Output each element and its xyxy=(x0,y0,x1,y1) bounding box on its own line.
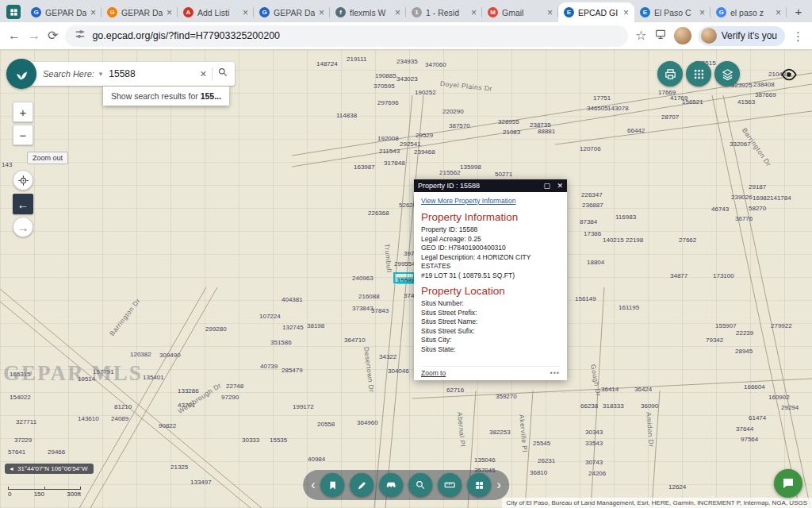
popup-field: Situs State: xyxy=(421,345,560,355)
coords-arrow-icon[interactable]: ◄ xyxy=(9,466,14,471)
bookmark-star-icon[interactable]: ☆ xyxy=(635,29,646,42)
browser-tab[interactable]: fflexmls W× xyxy=(330,2,406,22)
popup-close-icon[interactable]: ✕ xyxy=(557,182,563,190)
parcel-label: 120382 xyxy=(130,351,151,358)
popup-title: Property ID : 15588 xyxy=(418,182,480,190)
popup-field: Property ID: 15588 xyxy=(421,225,560,235)
back-button[interactable]: ← xyxy=(8,29,21,42)
map-canvas[interactable]: 1487242191112349353470601908853430233705… xyxy=(0,49,812,508)
parcel-label: 97564 xyxy=(741,436,758,443)
tab-close-icon[interactable]: × xyxy=(623,8,629,17)
tab-close-icon[interactable]: × xyxy=(471,8,477,17)
tab-close-icon[interactable]: × xyxy=(243,8,248,17)
browser-tab[interactable]: GGEPAR Da× xyxy=(254,2,330,22)
parcel-label: 304046 xyxy=(388,368,409,375)
magnifier-button[interactable] xyxy=(409,473,433,497)
parcel-label: 22239 xyxy=(736,329,753,337)
measure-button[interactable] xyxy=(439,473,462,497)
browser-tab[interactable]: EEPCAD GI× xyxy=(558,2,634,22)
layers-button[interactable] xyxy=(714,61,740,87)
apps-button[interactable] xyxy=(686,61,711,87)
popup-more-icon[interactable]: ••• xyxy=(550,369,560,377)
toolbar-right-chevron-icon[interactable]: › xyxy=(497,478,501,492)
view-more-link[interactable]: View More Property Information xyxy=(421,197,560,205)
parcel-label: 397 xyxy=(404,250,414,257)
new-tab-button[interactable]: + xyxy=(790,2,807,20)
browser-tab[interactable]: AAdd Listi× xyxy=(178,2,254,22)
tab-close-icon[interactable]: × xyxy=(699,8,705,17)
address-bar[interactable]: go.epcad.org/gis/?find=H77903325200200 xyxy=(65,25,628,47)
search-suggestion[interactable]: Show search results for 155... xyxy=(103,87,229,106)
parcel-label: 36776 xyxy=(735,215,753,222)
browser-tab[interactable]: GGEPAR Da× xyxy=(102,2,178,22)
parcel-label: 299554 xyxy=(394,260,416,267)
tab-close-icon[interactable]: × xyxy=(395,8,400,17)
forward-button[interactable]: → xyxy=(28,29,40,42)
car-button[interactable] xyxy=(380,473,404,497)
parcel-label: 25545 xyxy=(533,440,550,447)
tab-close-icon[interactable]: × xyxy=(319,8,324,17)
tab-favicon-icon: G xyxy=(31,7,41,17)
pencil-button[interactable] xyxy=(350,473,374,497)
tab-close-icon[interactable]: × xyxy=(167,8,172,17)
site-info-icon[interactable] xyxy=(75,29,86,43)
parcel-label: 114838 xyxy=(336,112,357,119)
browser-tab[interactable]: Gel paso z× xyxy=(710,2,787,22)
zoom-in-button[interactable]: + xyxy=(13,102,33,122)
tab-favicon-icon: G xyxy=(716,7,726,17)
basemap-button[interactable] xyxy=(468,473,492,497)
zoom-to-link[interactable]: Zoom to xyxy=(421,369,446,377)
browser-tab[interactable]: 11 - Resid× xyxy=(406,2,482,22)
scale-0: 0 xyxy=(8,491,11,498)
reload-button[interactable]: ⟳ xyxy=(48,29,58,42)
next-extent-button[interactable]: → xyxy=(13,217,33,237)
parcel-label: 24089 xyxy=(111,415,128,422)
parcel-label: 382253 xyxy=(489,429,511,436)
browser-logo-icon[interactable] xyxy=(6,5,21,19)
verify-chip[interactable]: Verify it's you xyxy=(699,26,785,46)
suggestion-prefix: Show search results for xyxy=(111,91,201,101)
parcel-label: 36810 xyxy=(530,469,547,476)
search-input[interactable] xyxy=(107,67,194,80)
tab-close-icon[interactable]: × xyxy=(776,8,781,17)
popup-body: View More Property Information Property … xyxy=(414,192,567,380)
visibility-eye-icon[interactable] xyxy=(780,66,798,87)
parcel-label: 135401 xyxy=(143,374,164,381)
parcel-label: 364960 xyxy=(357,419,378,426)
chat-button[interactable] xyxy=(774,469,802,498)
gis-logo-icon[interactable] xyxy=(6,59,36,89)
search-box[interactable]: Search Here: ▾ ✕ xyxy=(30,62,235,86)
parcel-label: 143078 xyxy=(607,105,629,112)
coordinates-readout: ◄ 31°44'07"N 106°06'54"W xyxy=(5,464,94,474)
tab-close-icon[interactable]: × xyxy=(90,8,96,17)
browser-tab[interactable]: EEl Paso C× xyxy=(634,2,710,22)
tab-label: El Paso C xyxy=(654,8,695,17)
browser-tab[interactable]: GGEPAR Da× xyxy=(25,2,102,22)
bookmark-button[interactable] xyxy=(321,473,345,497)
zoom-out-button[interactable]: − xyxy=(13,125,33,145)
clear-search-icon[interactable]: ✕ xyxy=(200,69,207,79)
print-button[interactable] xyxy=(657,61,683,87)
search-icon[interactable] xyxy=(217,67,228,81)
chevron-down-icon[interactable]: ▾ xyxy=(99,70,103,78)
profile-avatar[interactable] xyxy=(674,27,691,44)
menu-icon[interactable]: ⋮ xyxy=(792,30,804,42)
browser-tab[interactable]: MGmail× xyxy=(482,2,558,22)
parcel-label: 120706 xyxy=(580,145,601,152)
tab-label: flexmls W xyxy=(350,8,391,17)
parcel-label: 34877 xyxy=(670,272,688,279)
parcel-label: 199172 xyxy=(293,403,314,410)
gepar-mls-watermark: GEPAR MLS xyxy=(3,361,143,386)
parcel-label: 66238 xyxy=(580,402,598,410)
previous-extent-button[interactable]: ← xyxy=(13,194,33,214)
toolbar-left-chevron-icon[interactable]: ‹ xyxy=(311,478,315,492)
parcel-label: 46743 xyxy=(711,206,729,213)
locate-button[interactable] xyxy=(13,170,33,190)
popup-maximize-icon[interactable]: ▢ xyxy=(543,182,550,190)
tab-favicon-icon: E xyxy=(564,7,574,17)
share-icon[interactable] xyxy=(654,28,667,44)
tab-close-icon[interactable]: × xyxy=(547,8,553,17)
popup-titlebar[interactable]: Property ID : 15588 ▢ ✕ xyxy=(414,179,567,192)
selected-parcel-highlight[interactable] xyxy=(393,272,415,283)
search-label: Search Here: xyxy=(43,69,94,79)
